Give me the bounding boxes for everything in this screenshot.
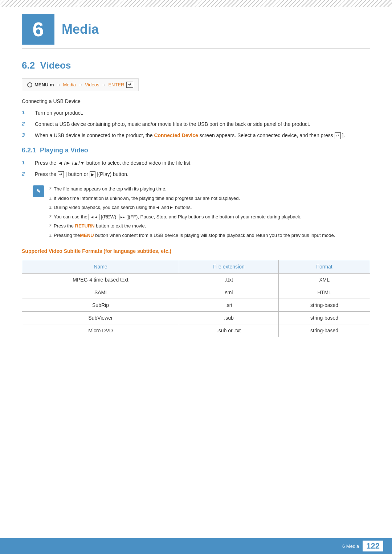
play-step-2-text: Press the ↵ ] button or ▶ ](Play) button… — [35, 171, 128, 178]
bullet-4: z — [49, 213, 52, 220]
connecting-header: Connecting a USB Device — [22, 98, 370, 104]
playing-steps-list: 1 Press the ◄ /► /▲/▼ button to select t… — [22, 159, 370, 178]
row4-ext: .sub — [179, 312, 278, 324]
step-2: 2 Connect a USB device containing photo,… — [22, 120, 370, 128]
table-header-row: Name File extension Format — [22, 260, 370, 274]
row2-name: SAMI — [22, 286, 179, 299]
menu-arrow-2: → — [78, 82, 83, 87]
table-row: SubRip .srt string-based — [22, 299, 370, 312]
supported-heading: Supported Video Subitle Formats (for lan… — [22, 248, 370, 254]
step-1: 1 Turn on your product. — [22, 109, 370, 117]
row3-format: string-based — [279, 299, 370, 312]
menu-path: MENU m → Media → Videos → ENTER ↵ — [22, 78, 139, 91]
ff-btn-icon: ▸▸ — [119, 214, 126, 221]
row3-name: SubRip — [22, 299, 179, 312]
note-item-3: z During video playback, you can search … — [49, 204, 335, 211]
note-block: ✎ z The file name appears on the top wit… — [33, 185, 370, 241]
table-row: SAMI smi HTML — [22, 286, 370, 299]
row1-format: XML — [279, 274, 370, 286]
menu-circle-icon — [27, 82, 32, 87]
menu-item-media: Media — [63, 82, 75, 87]
menu-item-videos: Videos — [85, 82, 99, 87]
table-row: SubViewer .sub string-based — [22, 312, 370, 324]
play-step-1: 1 Press the ◄ /► /▲/▼ button to select t… — [22, 159, 370, 167]
step-1-number: 1 — [22, 109, 33, 115]
enter-icon-play: ↵ — [59, 172, 62, 178]
note-text-4: You can use the ◄◄ ](REW), ▸▸ ](FF), Pau… — [54, 213, 301, 221]
col-header-name: Name — [22, 260, 179, 274]
menu-item-enter: ENTER — [108, 82, 124, 87]
note-item-6: z Pressing theMENU button when content f… — [49, 232, 335, 239]
note-item-4: z You can use the ◄◄ ](REW), ▸▸ ](FF), P… — [49, 213, 335, 221]
row2-ext: smi — [179, 286, 278, 299]
rew-btn-icon: ◄◄ — [89, 214, 99, 221]
top-stripe — [0, 0, 392, 7]
step-3-number: 3 — [22, 132, 33, 138]
play-step-1-text: Press the ◄ /► /▲/▼ button to select the… — [35, 159, 192, 167]
bullet-2: z — [49, 195, 52, 201]
note-text-3: During video playback, you can search us… — [54, 204, 192, 211]
step-3: 3 When a USB device is connected to the … — [22, 132, 370, 139]
play-btn-icon: ▶ — [90, 171, 95, 178]
note-text-5: Press the RETURN button to exit the movi… — [54, 222, 146, 230]
col-header-format: Format — [279, 260, 370, 274]
chapter-header: 6 Media — [22, 7, 370, 49]
enter-icon-step3: ↵ — [336, 133, 339, 139]
menu-arrow: → — [56, 82, 61, 87]
footer-label: 6 Media — [342, 543, 359, 549]
subsection-heading: 6.2.1 Playing a Video — [22, 147, 370, 154]
bullet-3: z — [49, 204, 52, 210]
note-item-1: z The file name appears on the top with … — [49, 185, 335, 193]
step-2-text: Connect a USB device containing photo, m… — [35, 120, 310, 128]
enter-btn-step3: ↵ — [335, 132, 341, 139]
usb-steps-list: 1 Turn on your product. 2 Connect a USB … — [22, 109, 370, 139]
table-row: Micro DVD .sub or .txt string-based — [22, 324, 370, 337]
enter-button-icon: ↵ — [126, 82, 133, 88]
row1-ext: .ttxt — [179, 274, 278, 286]
footer-page-number: 122 — [363, 541, 383, 551]
menu-arrow-3: → — [101, 82, 106, 87]
play-step-1-number: 1 — [22, 159, 33, 165]
bullet-5: z — [49, 222, 52, 229]
row2-format: HTML — [279, 286, 370, 299]
note-icon: ✎ — [33, 185, 44, 197]
enter-icon: ↵ — [128, 82, 131, 87]
row5-ext: .sub or .txt — [179, 324, 278, 337]
row1-name: MPEG-4 time-based text — [22, 274, 179, 286]
step-2-number: 2 — [22, 120, 33, 127]
note-item-5: z Press the RETURN button to exit the mo… — [49, 222, 335, 230]
note-items-list: z The file name appears on the top with … — [49, 185, 335, 241]
note-text-6: Pressing theMENU button when content fro… — [54, 232, 335, 239]
chapter-number: 6 — [22, 14, 54, 45]
subtitle-formats-table: Name File extension Format MPEG-4 time-b… — [22, 260, 370, 337]
note-item-2: z If video time information is unknown, … — [49, 195, 335, 202]
row3-ext: .srt — [179, 299, 278, 312]
step-3-text: When a USB device is connected to the pr… — [35, 132, 345, 139]
row4-format: string-based — [279, 312, 370, 324]
bullet-1: z — [49, 185, 52, 192]
play-step-2-number: 2 — [22, 171, 33, 177]
row4-name: SubViewer — [22, 312, 179, 324]
bullet-6: z — [49, 232, 52, 238]
note-text-2: If video time information is unknown, th… — [54, 195, 240, 202]
page-footer: 6 Media 122 — [0, 538, 392, 554]
note-text-1: The file name appears on the top with it… — [54, 185, 167, 193]
row5-format: string-based — [279, 324, 370, 337]
row5-name: Micro DVD — [22, 324, 179, 337]
section-heading: 6.2 Videos — [22, 60, 370, 71]
col-header-extension: File extension — [179, 260, 278, 274]
chapter-title: Media — [62, 22, 99, 37]
enter-btn-play: ↵ — [58, 171, 64, 178]
step-1-text: Turn on your product. — [35, 109, 83, 117]
play-step-2: 2 Press the ↵ ] button or ▶ ](Play) butt… — [22, 171, 370, 178]
table-row: MPEG-4 time-based text .ttxt XML — [22, 274, 370, 286]
menu-label: MENU m — [34, 82, 54, 87]
